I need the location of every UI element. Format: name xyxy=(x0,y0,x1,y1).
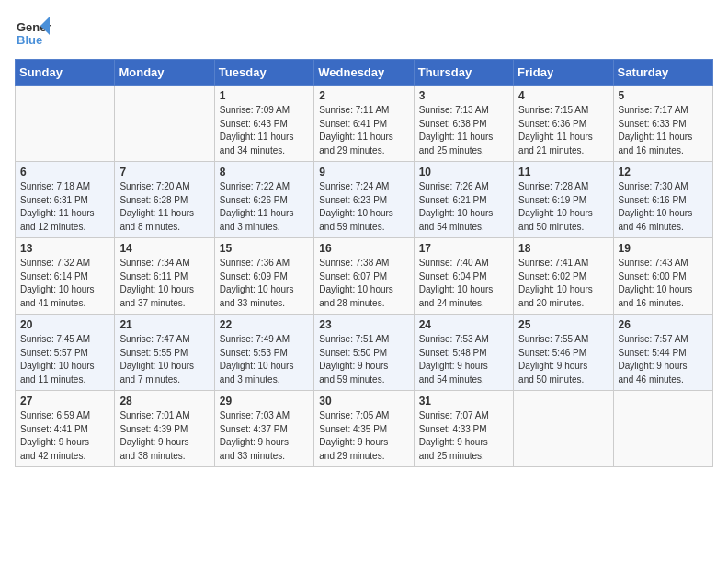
calendar-cell: 15Sunrise: 7:36 AM Sunset: 6:09 PM Dayli… xyxy=(214,238,313,315)
calendar-week-row: 1Sunrise: 7:09 AM Sunset: 6:43 PM Daylig… xyxy=(16,86,713,162)
day-header-thursday: Thursday xyxy=(414,60,513,86)
cell-content: Sunrise: 7:53 AM Sunset: 5:48 PM Dayligh… xyxy=(419,333,508,386)
calendar-cell: 31Sunrise: 7:07 AM Sunset: 4:33 PM Dayli… xyxy=(414,391,513,467)
day-number: 16 xyxy=(319,242,408,255)
day-number: 21 xyxy=(119,318,209,331)
day-number: 4 xyxy=(518,89,608,102)
calendar-cell: 23Sunrise: 7:51 AM Sunset: 5:50 PM Dayli… xyxy=(314,315,414,391)
day-number: 11 xyxy=(518,166,608,178)
calendar-cell: 3Sunrise: 7:13 AM Sunset: 6:38 PM Daylig… xyxy=(414,86,513,162)
svg-text:Blue: Blue xyxy=(17,33,42,47)
cell-content: Sunrise: 7:28 AM Sunset: 6:19 PM Dayligh… xyxy=(518,180,608,234)
day-number: 24 xyxy=(419,318,508,331)
calendar-cell: 10Sunrise: 7:26 AM Sunset: 6:21 PM Dayli… xyxy=(414,162,513,238)
day-number: 9 xyxy=(319,166,408,178)
day-number: 5 xyxy=(619,89,708,102)
calendar-cell: 16Sunrise: 7:38 AM Sunset: 6:07 PM Dayli… xyxy=(314,238,414,315)
calendar-header-row: SundayMondayTuesdayWednesdayThursdayFrid… xyxy=(16,60,713,86)
cell-content: Sunrise: 7:20 AM Sunset: 6:28 PM Dayligh… xyxy=(119,180,209,234)
cell-content: Sunrise: 7:40 AM Sunset: 6:04 PM Dayligh… xyxy=(419,257,508,310)
calendar-cell: 26Sunrise: 7:57 AM Sunset: 5:44 PM Dayli… xyxy=(613,315,712,391)
cell-content: Sunrise: 7:55 AM Sunset: 5:46 PM Dayligh… xyxy=(518,333,608,386)
cell-content: Sunrise: 7:51 AM Sunset: 5:50 PM Dayligh… xyxy=(319,333,408,386)
calendar-cell xyxy=(613,391,712,467)
day-number: 20 xyxy=(20,318,109,331)
calendar-cell: 20Sunrise: 7:45 AM Sunset: 5:57 PM Dayli… xyxy=(16,315,115,391)
cell-content: Sunrise: 7:18 AM Sunset: 6:31 PM Dayligh… xyxy=(20,180,109,234)
day-number: 6 xyxy=(20,166,109,178)
calendar-cell: 19Sunrise: 7:43 AM Sunset: 6:00 PM Dayli… xyxy=(613,238,712,315)
calendar-week-row: 13Sunrise: 7:32 AM Sunset: 6:14 PM Dayli… xyxy=(16,238,713,315)
calendar-cell: 12Sunrise: 7:30 AM Sunset: 6:16 PM Dayli… xyxy=(613,162,712,238)
day-header-monday: Monday xyxy=(115,60,214,86)
calendar-cell: 22Sunrise: 7:49 AM Sunset: 5:53 PM Dayli… xyxy=(214,315,313,391)
day-number: 14 xyxy=(119,242,209,255)
day-header-friday: Friday xyxy=(514,60,613,86)
calendar-cell: 28Sunrise: 7:01 AM Sunset: 4:39 PM Dayli… xyxy=(115,391,214,467)
day-header-saturday: Saturday xyxy=(613,60,712,86)
cell-content: Sunrise: 7:09 AM Sunset: 6:43 PM Dayligh… xyxy=(220,104,309,157)
cell-content: Sunrise: 7:43 AM Sunset: 6:00 PM Dayligh… xyxy=(619,257,708,310)
cell-content: Sunrise: 7:11 AM Sunset: 6:41 PM Dayligh… xyxy=(319,104,408,157)
day-number: 7 xyxy=(119,166,209,178)
calendar-cell: 7Sunrise: 7:20 AM Sunset: 6:28 PM Daylig… xyxy=(115,162,214,238)
cell-content: Sunrise: 7:49 AM Sunset: 5:53 PM Dayligh… xyxy=(220,333,309,386)
day-number: 19 xyxy=(619,242,708,255)
day-number: 15 xyxy=(220,242,309,255)
calendar-cell: 25Sunrise: 7:55 AM Sunset: 5:46 PM Dayli… xyxy=(514,315,613,391)
calendar-cell: 24Sunrise: 7:53 AM Sunset: 5:48 PM Dayli… xyxy=(414,315,513,391)
cell-content: Sunrise: 7:13 AM Sunset: 6:38 PM Dayligh… xyxy=(419,104,508,157)
day-number: 13 xyxy=(20,242,109,255)
calendar-cell: 1Sunrise: 7:09 AM Sunset: 6:43 PM Daylig… xyxy=(214,86,313,162)
calendar-table: SundayMondayTuesdayWednesdayThursdayFrid… xyxy=(15,59,713,467)
day-number: 23 xyxy=(319,318,408,331)
calendar-cell: 11Sunrise: 7:28 AM Sunset: 6:19 PM Dayli… xyxy=(514,162,613,238)
calendar-cell: 4Sunrise: 7:15 AM Sunset: 6:36 PM Daylig… xyxy=(514,86,613,162)
day-number: 27 xyxy=(20,395,109,408)
day-number: 31 xyxy=(419,395,508,408)
day-number: 12 xyxy=(619,166,708,178)
day-number: 25 xyxy=(518,318,608,331)
calendar-cell: 30Sunrise: 7:05 AM Sunset: 4:35 PM Dayli… xyxy=(314,391,414,467)
day-header-tuesday: Tuesday xyxy=(214,60,313,86)
cell-content: Sunrise: 7:24 AM Sunset: 6:23 PM Dayligh… xyxy=(319,180,408,234)
cell-content: Sunrise: 7:22 AM Sunset: 6:26 PM Dayligh… xyxy=(220,180,309,234)
calendar-cell: 2Sunrise: 7:11 AM Sunset: 6:41 PM Daylig… xyxy=(314,86,414,162)
calendar-cell: 18Sunrise: 7:41 AM Sunset: 6:02 PM Dayli… xyxy=(514,238,613,315)
logo-icon: General Blue xyxy=(15,15,51,52)
day-header-wednesday: Wednesday xyxy=(314,60,414,86)
calendar-cell: 8Sunrise: 7:22 AM Sunset: 6:26 PM Daylig… xyxy=(214,162,313,238)
cell-content: Sunrise: 7:01 AM Sunset: 4:39 PM Dayligh… xyxy=(119,409,209,463)
logo: General Blue xyxy=(15,15,51,52)
cell-content: Sunrise: 7:32 AM Sunset: 6:14 PM Dayligh… xyxy=(20,257,109,310)
day-number: 18 xyxy=(518,242,608,255)
calendar-cell xyxy=(115,86,214,162)
day-number: 3 xyxy=(419,89,508,102)
day-header-sunday: Sunday xyxy=(16,60,115,86)
cell-content: Sunrise: 7:05 AM Sunset: 4:35 PM Dayligh… xyxy=(319,409,408,463)
page-header: General Blue xyxy=(15,15,713,52)
day-number: 10 xyxy=(419,166,508,178)
cell-content: Sunrise: 7:45 AM Sunset: 5:57 PM Dayligh… xyxy=(20,333,109,386)
calendar-week-row: 6Sunrise: 7:18 AM Sunset: 6:31 PM Daylig… xyxy=(16,162,713,238)
cell-content: Sunrise: 7:17 AM Sunset: 6:33 PM Dayligh… xyxy=(619,104,708,157)
calendar-cell xyxy=(16,86,115,162)
cell-content: Sunrise: 7:47 AM Sunset: 5:55 PM Dayligh… xyxy=(119,333,209,386)
cell-content: Sunrise: 7:36 AM Sunset: 6:09 PM Dayligh… xyxy=(220,257,309,310)
calendar-cell: 29Sunrise: 7:03 AM Sunset: 4:37 PM Dayli… xyxy=(214,391,313,467)
calendar-week-row: 27Sunrise: 6:59 AM Sunset: 4:41 PM Dayli… xyxy=(16,391,713,467)
calendar-cell: 27Sunrise: 6:59 AM Sunset: 4:41 PM Dayli… xyxy=(16,391,115,467)
day-number: 28 xyxy=(119,395,209,408)
day-number: 30 xyxy=(319,395,408,408)
day-number: 2 xyxy=(319,89,408,102)
cell-content: Sunrise: 7:07 AM Sunset: 4:33 PM Dayligh… xyxy=(419,409,508,463)
cell-content: Sunrise: 6:59 AM Sunset: 4:41 PM Dayligh… xyxy=(20,409,109,463)
cell-content: Sunrise: 7:41 AM Sunset: 6:02 PM Dayligh… xyxy=(518,257,608,310)
calendar-week-row: 20Sunrise: 7:45 AM Sunset: 5:57 PM Dayli… xyxy=(16,315,713,391)
day-number: 26 xyxy=(619,318,708,331)
day-number: 22 xyxy=(220,318,309,331)
cell-content: Sunrise: 7:03 AM Sunset: 4:37 PM Dayligh… xyxy=(220,409,309,463)
cell-content: Sunrise: 7:15 AM Sunset: 6:36 PM Dayligh… xyxy=(518,104,608,157)
calendar-cell: 13Sunrise: 7:32 AM Sunset: 6:14 PM Dayli… xyxy=(16,238,115,315)
cell-content: Sunrise: 7:34 AM Sunset: 6:11 PM Dayligh… xyxy=(119,257,209,310)
